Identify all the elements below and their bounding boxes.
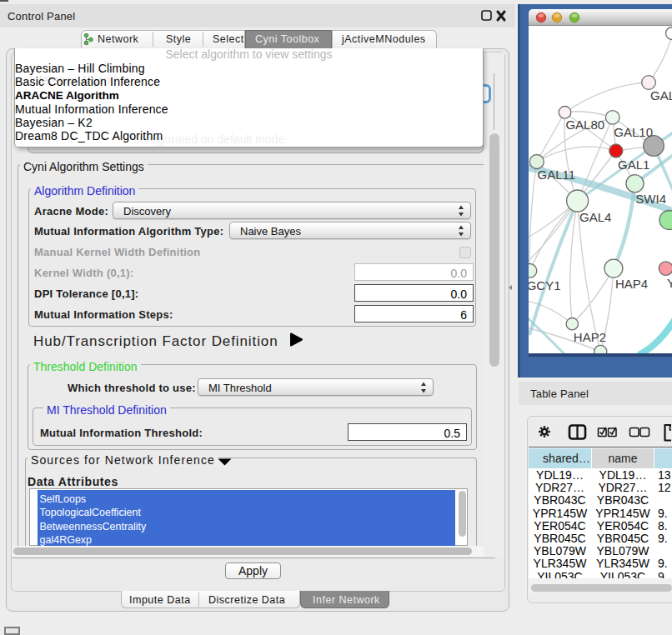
svg-text:GAL1: GAL1 [618,158,649,172]
svg-text:GAL7: GAL7 [650,88,672,102]
svg-text:GAL4: GAL4 [579,210,611,224]
svg-text:Y: Y [667,276,672,290]
svg-text:GAL80: GAL80 [565,118,604,132]
svg-text:GAL10: GAL10 [614,125,653,139]
svg-text:GCY1: GCY1 [529,278,561,292]
svg-text:GAL11: GAL11 [538,168,576,182]
svg-text:HAP2: HAP2 [574,330,606,344]
svg-text:HAP4: HAP4 [615,277,648,291]
svg-text:SWI4: SWI4 [635,192,666,206]
